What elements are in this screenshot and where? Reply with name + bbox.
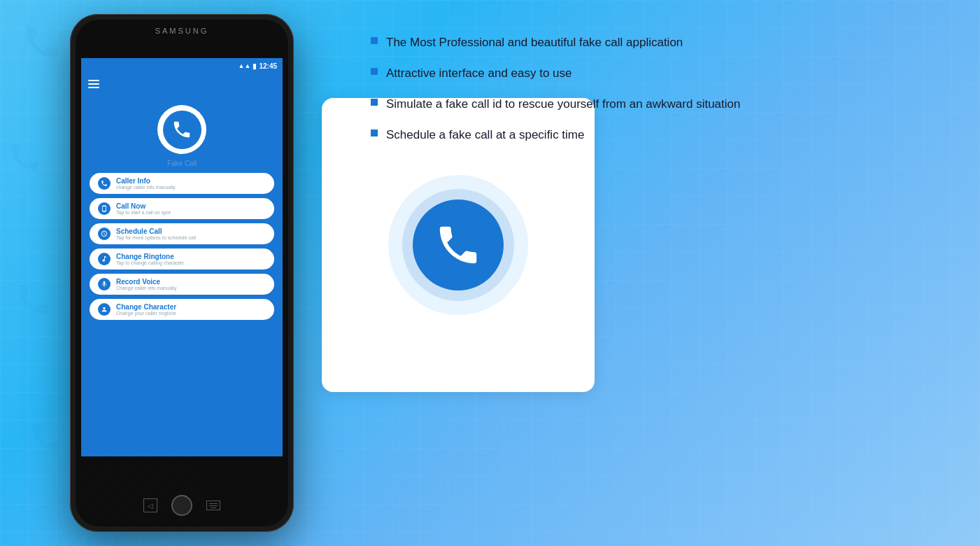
watermark-phone-4 <box>28 420 63 463</box>
feature-card-inner-circle <box>413 200 504 290</box>
menu-item-change-ringtone[interactable]: Change Ringtone Tap to change calling ch… <box>90 248 274 270</box>
record-voice-text: Record Voice Change caller info manually <box>116 278 176 290</box>
caller-info-text: Caller Info change caller info manually <box>116 177 176 190</box>
watermark-phone-3 <box>14 280 52 328</box>
schedule-call-icon <box>98 227 111 240</box>
change-character-subtitle: Change your caller ringtone <box>116 311 176 316</box>
caller-info-icon <box>98 177 111 190</box>
features-list: The Most Professional and beautiful fake… <box>350 21 980 172</box>
menu-item-schedule-call[interactable]: Schedule Call Tap for more options to sc… <box>90 223 274 244</box>
call-now-icon <box>98 202 111 215</box>
feature-text-1: The Most Professional and beautiful fake… <box>386 35 683 50</box>
feature-bullet-3 <box>371 99 378 106</box>
call-now-text: Call Now Tap to start a call on spot <box>116 202 171 215</box>
change-character-title: Change Character <box>116 303 176 311</box>
feature-card-outer-circle <box>388 175 528 315</box>
battery-icon: ▮ <box>253 62 257 70</box>
change-character-text: Change Character Change your caller ring… <box>116 303 176 316</box>
app-header <box>81 74 283 94</box>
menu-item-change-character[interactable]: Change Character Change your caller ring… <box>90 299 274 320</box>
record-voice-subtitle: Change caller info manually <box>116 286 176 290</box>
logo-inner <box>163 111 201 149</box>
signal-icon: ▲▲ <box>239 62 251 69</box>
phone-device: SAMSUNG ▲▲ ▮ 12:45 <box>70 14 294 532</box>
app-title-label: Fake Call <box>167 160 197 167</box>
call-now-title: Call Now <box>116 202 171 210</box>
menu-item-caller-info[interactable]: Caller Info change caller info manually <box>90 173 274 194</box>
change-ringtone-text: Change Ringtone Tap to change calling ch… <box>116 253 184 265</box>
feature-text-2: Attractive interface and easy to use <box>386 66 572 81</box>
change-ringtone-title: Change Ringtone <box>116 253 184 260</box>
feature-item-4: Schedule a fake call at a specific time <box>371 127 959 143</box>
logo-phone-icon <box>171 119 192 140</box>
record-voice-title: Record Voice <box>116 278 176 286</box>
logo-circle <box>157 105 206 154</box>
schedule-call-subtitle: Tap for more options to schedule call <box>116 235 196 240</box>
app-logo-area: Fake Call <box>157 94 206 173</box>
feature-bullet-2 <box>371 68 378 75</box>
feature-text-3: Simulate a fake call id to rescue yourse… <box>386 97 740 112</box>
phone-screen: ▲▲ ▮ 12:45 <box>81 58 283 456</box>
caller-info-subtitle: change caller info manually <box>116 185 176 190</box>
feature-item-1: The Most Professional and beautiful fake… <box>371 35 959 50</box>
phone-brand-label: SAMSUNG <box>155 27 209 35</box>
feature-card-phone-icon <box>434 220 483 270</box>
menu-area: Caller Info change caller info manually … <box>81 173 283 456</box>
change-character-icon <box>98 303 111 316</box>
record-voice-icon <box>98 278 111 290</box>
status-bar: ▲▲ ▮ 12:45 <box>81 58 283 74</box>
feature-card-mid-circle <box>402 189 514 301</box>
home-button[interactable] <box>171 495 192 516</box>
time-display: 12:45 <box>259 62 277 70</box>
feature-item-3: Simulate a fake call id to rescue yourse… <box>371 97 959 112</box>
watermark-phone-1 <box>21 21 63 73</box>
call-now-subtitle: Tap to start a call on spot <box>116 210 171 215</box>
phone-bottom-nav: ◁ <box>112 495 252 516</box>
menu-button[interactable] <box>206 500 220 510</box>
feature-bullet-4 <box>371 130 378 136</box>
watermark-phone-2 <box>7 140 42 183</box>
change-ringtone-icon <box>98 253 111 265</box>
back-button[interactable]: ◁ <box>143 498 157 512</box>
hamburger-icon[interactable] <box>88 80 99 88</box>
schedule-call-text: Schedule Call Tap for more options to sc… <box>116 227 196 240</box>
menu-item-call-now[interactable]: Call Now Tap to start a call on spot <box>90 198 274 219</box>
feature-bullet-1 <box>371 37 378 44</box>
schedule-call-title: Schedule Call <box>116 227 196 235</box>
app-body: Fake Call Caller Info change caller info… <box>81 94 283 456</box>
feature-item-2: Attractive interface and easy to use <box>371 66 959 81</box>
menu-item-record-voice[interactable]: Record Voice Change caller info manually <box>90 274 274 295</box>
caller-info-title: Caller Info <box>116 177 176 185</box>
feature-text-4: Schedule a fake call at a specific time <box>386 127 584 143</box>
change-ringtone-subtitle: Tap to change calling character <box>116 260 184 265</box>
svg-line-9 <box>182 532 196 546</box>
